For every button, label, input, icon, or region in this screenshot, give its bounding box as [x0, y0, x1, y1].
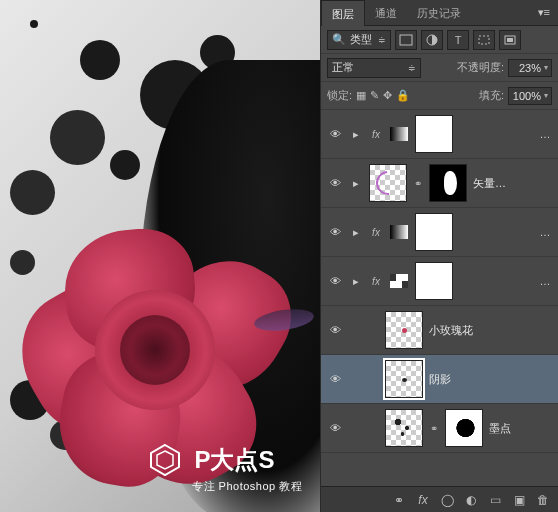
fx-icon: fx	[369, 276, 383, 287]
opacity-value: 23%	[519, 62, 541, 74]
link-icon[interactable]: ⚭	[413, 178, 423, 189]
layers-footer: ⚭ fx ◯ ◐ ▭ ▣ 🗑	[321, 486, 558, 512]
search-icon: 🔍	[332, 33, 346, 46]
logo-title: P大点S	[194, 444, 274, 476]
layer-name[interactable]: 小玫瑰花	[429, 323, 552, 338]
link-layers-icon[interactable]: ⚭	[388, 491, 410, 509]
layer-row[interactable]: 👁 小玫瑰花	[321, 306, 558, 355]
tab-layers[interactable]: 图层	[321, 0, 365, 26]
fold-icon[interactable]: ▸	[349, 128, 363, 141]
visibility-eye-icon[interactable]: 👁	[327, 177, 343, 189]
lock-all-icon[interactable]: 🔒	[396, 89, 410, 102]
filter-adjust-icon[interactable]	[421, 30, 443, 50]
logo-subtitle: 专注 Photoshop 教程	[192, 479, 302, 494]
new-group-icon[interactable]: ▭	[484, 491, 506, 509]
panel-menu-icon[interactable]: ▾≡	[530, 6, 558, 19]
fx-menu-icon[interactable]: fx	[412, 491, 434, 509]
ink-splat	[30, 20, 38, 28]
layer-row[interactable]: 👁 阴影	[321, 355, 558, 404]
chevron-down-icon: ≑	[408, 63, 416, 73]
fold-icon[interactable]: ▸	[349, 275, 363, 288]
chevron-down-icon: ▾	[544, 63, 548, 72]
visibility-eye-icon[interactable]: 👁	[327, 275, 343, 287]
fold-icon[interactable]: ▸	[349, 177, 363, 190]
layer-mask-thumb[interactable]	[429, 164, 467, 202]
ink-splat	[10, 170, 55, 215]
layer-row[interactable]: 👁 ▸ fx …	[321, 208, 558, 257]
visibility-eye-icon[interactable]: 👁	[327, 422, 343, 434]
layers-panel: 图层 通道 历史记录 ▾≡ 🔍 类型 ≑ T 正常 ≑ 不透明度: 23% ▾ …	[320, 0, 558, 512]
add-mask-icon[interactable]: ◯	[436, 491, 458, 509]
filter-shape-icon[interactable]	[473, 30, 495, 50]
overflow-icon[interactable]: …	[538, 128, 552, 140]
filter-type-icon[interactable]: T	[447, 30, 469, 50]
filter-pixel-icon[interactable]	[395, 30, 417, 50]
layer-row[interactable]: 👁 ⚭ 墨点	[321, 404, 558, 453]
lock-label: 锁定:	[327, 88, 352, 103]
fill-value: 100%	[513, 90, 541, 102]
fill-label: 填充:	[479, 88, 504, 103]
lock-buttons: ▦ ✎ ✥ 🔒	[356, 89, 410, 102]
layer-row[interactable]: 👁 ▸ fx …	[321, 110, 558, 159]
blend-mode-dropdown[interactable]: 正常 ≑	[327, 58, 421, 78]
layer-name[interactable]: 墨点	[489, 421, 552, 436]
tab-channels[interactable]: 通道	[365, 0, 407, 26]
svg-rect-4	[479, 36, 489, 44]
fill-input[interactable]: 100% ▾	[508, 87, 552, 105]
fx-icon: fx	[369, 129, 383, 140]
visibility-eye-icon[interactable]: 👁	[327, 324, 343, 336]
layer-name[interactable]: 阴影	[429, 372, 552, 387]
new-layer-icon[interactable]: ▣	[508, 491, 530, 509]
layer-thumb[interactable]	[385, 360, 423, 398]
visibility-eye-icon[interactable]: 👁	[327, 128, 343, 140]
svg-rect-8	[390, 225, 408, 239]
ink-splat	[80, 40, 120, 80]
panel-tabs: 图层 通道 历史记录 ▾≡	[321, 0, 558, 26]
svg-marker-0	[151, 445, 179, 475]
svg-rect-11	[402, 281, 408, 288]
blend-mode-value: 正常	[332, 60, 354, 75]
ink-splat	[110, 150, 140, 180]
delete-layer-icon[interactable]: 🗑	[532, 491, 554, 509]
link-icon[interactable]: ⚭	[429, 423, 439, 434]
filter-kind-dropdown[interactable]: 🔍 类型 ≑	[327, 30, 391, 50]
adjustment-icon[interactable]: ◐	[460, 491, 482, 509]
svg-rect-2	[400, 35, 412, 45]
svg-marker-1	[157, 451, 173, 469]
opacity-input[interactable]: 23% ▾	[508, 59, 552, 77]
layer-row[interactable]: 👁 ▸ ⚭ 矢量…	[321, 159, 558, 208]
layer-row[interactable]: 👁 ▸ fx …	[321, 257, 558, 306]
blend-row: 正常 ≑ 不透明度: 23% ▾	[321, 54, 558, 82]
chevron-down-icon: ▾	[544, 91, 548, 100]
lock-row: 锁定: ▦ ✎ ✥ 🔒 填充: 100% ▾	[321, 82, 558, 110]
fx-icon: fx	[369, 227, 383, 238]
layer-thumb[interactable]	[385, 311, 423, 349]
bw-adjust-icon	[389, 273, 409, 289]
visibility-eye-icon[interactable]: 👁	[327, 226, 343, 238]
gradient-map-icon	[389, 126, 409, 142]
layer-mask-thumb[interactable]	[415, 115, 453, 153]
chevron-down-icon: ≑	[378, 35, 386, 45]
layer-thumb[interactable]	[369, 164, 407, 202]
overflow-icon[interactable]: …	[538, 226, 552, 238]
layer-mask-thumb[interactable]	[445, 409, 483, 447]
lock-position-icon[interactable]: ✥	[383, 89, 392, 102]
svg-rect-6	[507, 38, 513, 42]
layers-list[interactable]: 👁 ▸ fx … 👁 ▸ ⚭ 矢量… 👁 ▸ fx … 👁	[321, 110, 558, 486]
gradient-map-icon	[389, 224, 409, 240]
opacity-label: 不透明度:	[457, 60, 504, 75]
layer-thumb[interactable]	[385, 409, 423, 447]
visibility-eye-icon[interactable]: 👁	[327, 373, 343, 385]
fold-icon[interactable]: ▸	[349, 226, 363, 239]
overflow-icon[interactable]: …	[538, 275, 552, 287]
lock-transparency-icon[interactable]: ▦	[356, 89, 366, 102]
filter-smart-icon[interactable]	[499, 30, 521, 50]
tab-history[interactable]: 历史记录	[407, 0, 471, 26]
layer-mask-thumb[interactable]	[415, 262, 453, 300]
layer-mask-thumb[interactable]	[415, 213, 453, 251]
svg-rect-7	[390, 127, 408, 141]
layer-name[interactable]: 矢量…	[473, 176, 552, 191]
lock-pixels-icon[interactable]: ✎	[370, 89, 379, 102]
filter-row: 🔍 类型 ≑ T	[321, 26, 558, 54]
filter-label: 类型	[350, 32, 372, 47]
